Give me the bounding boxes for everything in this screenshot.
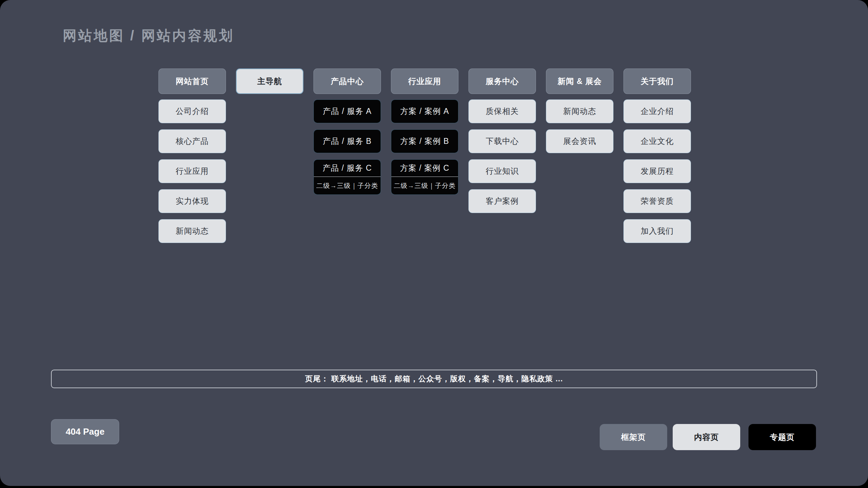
node-warranty[interactable]: 质保相关 <box>468 99 536 123</box>
legend-special-page-button[interactable]: 专题页 <box>748 424 816 450</box>
node-header-main-nav[interactable]: 主导航 <box>236 68 303 94</box>
node-customer-cases[interactable]: 客户案例 <box>468 189 536 213</box>
node-product-c-sublabel: 二级→三级｜子分类 <box>314 177 381 194</box>
node-case-c[interactable]: 方案 / 案例 C 二级→三级｜子分类 <box>391 159 458 195</box>
node-product-c-label: 产品 / 服务 C <box>314 160 381 177</box>
node-industry-knowledge[interactable]: 行业知识 <box>468 159 536 183</box>
node-industry-apps[interactable]: 行业应用 <box>158 159 226 183</box>
page-title: 网站地图 / 网站内容规划 <box>63 26 234 45</box>
page-404-button[interactable]: 404 Page <box>51 419 119 444</box>
node-product-c[interactable]: 产品 / 服务 C 二级→三级｜子分类 <box>313 159 381 195</box>
sitemap-canvas: 网站地图 / 网站内容规划 网站首页 主导航 产品中心 行业应用 服务中心 新闻… <box>0 0 868 486</box>
footer-bar[interactable]: 页尾： 联系地址，电话，邮箱，公众号，版权，备案，导航，隐私政策 ... <box>51 370 817 388</box>
node-header-products[interactable]: 产品中心 <box>313 68 381 94</box>
node-header-home[interactable]: 网站首页 <box>158 68 226 94</box>
node-expo-info[interactable]: 展会资讯 <box>546 129 613 153</box>
legend-frame-page-button[interactable]: 框架页 <box>600 424 667 450</box>
node-history[interactable]: 发展历程 <box>623 159 691 183</box>
node-case-b[interactable]: 方案 / 案例 B <box>391 129 458 153</box>
node-company-intro[interactable]: 公司介绍 <box>158 99 226 123</box>
node-header-services[interactable]: 服务中心 <box>468 68 536 94</box>
node-case-a[interactable]: 方案 / 案例 A <box>391 99 458 123</box>
legend-content-page-button[interactable]: 内容页 <box>673 424 740 450</box>
node-honors[interactable]: 荣誉资质 <box>623 189 691 213</box>
node-join-us[interactable]: 加入我们 <box>623 219 691 243</box>
node-about-intro[interactable]: 企业介绍 <box>623 99 691 123</box>
node-product-a[interactable]: 产品 / 服务 A <box>313 99 381 123</box>
node-strength-show[interactable]: 实力体现 <box>158 189 226 213</box>
node-news-dynamic[interactable]: 新闻动态 <box>546 99 613 123</box>
node-case-c-label: 方案 / 案例 C <box>391 160 458 177</box>
node-header-about[interactable]: 关于我们 <box>623 68 691 94</box>
node-header-news-expo[interactable]: 新闻 & 展会 <box>546 68 613 94</box>
node-corp-culture[interactable]: 企业文化 <box>623 129 691 153</box>
node-core-products[interactable]: 核心产品 <box>158 129 226 153</box>
node-news-updates[interactable]: 新闻动态 <box>158 219 226 243</box>
node-download-center[interactable]: 下载中心 <box>468 129 536 153</box>
node-header-industries[interactable]: 行业应用 <box>391 68 458 94</box>
node-case-c-sublabel: 二级→三级｜子分类 <box>391 177 458 194</box>
node-product-b[interactable]: 产品 / 服务 B <box>313 129 381 153</box>
